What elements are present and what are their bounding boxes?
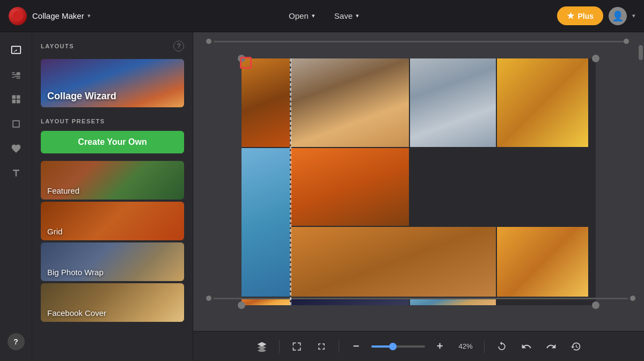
photo-cell-3[interactable] <box>410 58 496 147</box>
help-button[interactable]: ? <box>8 333 25 350</box>
handle-bottom-left[interactable] <box>238 301 245 309</box>
sidebar-item-image[interactable] <box>5 39 27 61</box>
rotate-button[interactable] <box>492 337 511 356</box>
collage-wizard-label: Collage Wizard <box>47 91 116 102</box>
icon-sidebar: ? <box>0 32 32 361</box>
scrollbar-v-thumb[interactable] <box>639 45 643 60</box>
toolbar-divider-3 <box>484 340 485 353</box>
sidebar-item-text[interactable] <box>5 162 27 185</box>
history-button[interactable] <box>566 337 586 356</box>
main-area: ? LAYOUTS ? Collage Wizard LAYOUT PRESET… <box>0 32 644 361</box>
preset-item-grid[interactable]: Grid <box>41 202 184 240</box>
handle-bottom-right[interactable] <box>592 301 599 309</box>
sidebar-item-grid[interactable] <box>5 88 27 110</box>
star-icon: ★ <box>567 11 574 21</box>
collage-wizard-bg: Collage Wizard <box>41 59 184 107</box>
zoom-minus-button[interactable]: − <box>347 337 366 356</box>
canvas-viewport[interactable] <box>193 32 644 331</box>
layers-button[interactable] <box>252 337 272 356</box>
fit-canvas-button[interactable] <box>287 337 306 356</box>
preset-facebook-label: Facebook Cover <box>41 304 113 322</box>
layouts-section-title: LAYOUTS <box>41 43 74 49</box>
sidebar-item-sliders[interactable] <box>5 63 27 86</box>
open-label: Open <box>289 11 309 20</box>
preset-item-featured[interactable]: Featured <box>41 161 184 200</box>
photo-grid <box>241 58 596 305</box>
zoom-slider-thumb[interactable] <box>389 343 397 350</box>
photo-cell-5[interactable] <box>291 148 409 226</box>
toolbar-divider-1 <box>279 340 280 353</box>
red-corner-indicator <box>240 57 252 69</box>
photo-cell-2[interactable] <box>291 58 409 147</box>
open-chevron-icon: ▾ <box>312 12 315 19</box>
zoom-plus-button[interactable]: + <box>430 337 450 356</box>
photo-cell-7[interactable] <box>497 227 588 297</box>
preset-item-bigphoto[interactable]: Big Photo Wrap <box>41 242 184 281</box>
plus-button[interactable]: ★ Plus <box>557 6 603 25</box>
brand-label: Collage Maker <box>32 11 84 20</box>
plus-label: Plus <box>577 12 594 20</box>
handle-top-right[interactable] <box>592 55 599 62</box>
create-own-button[interactable]: Create Your Own <box>41 131 184 153</box>
collage-canvas[interactable] <box>241 58 596 305</box>
photo-cell-4[interactable] <box>497 58 588 147</box>
layouts-panel: LAYOUTS ? Collage Wizard LAYOUT PRESETS … <box>32 32 193 361</box>
photo-cell-6[interactable] <box>291 227 496 297</box>
brand-menu[interactable]: Collage Maker ▾ <box>32 11 91 20</box>
canvas-scrollbar-v[interactable] <box>638 43 644 299</box>
layout-presets-title: LAYOUT PRESETS <box>41 118 184 124</box>
dashed-divider <box>290 58 291 305</box>
app-logo[interactable] <box>9 7 27 25</box>
navbar-center: Open ▾ Save ▾ <box>91 8 558 24</box>
preset-bigphoto-label: Big Photo Wrap <box>41 263 110 281</box>
zoom-minus-icon: − <box>353 340 360 352</box>
canvas-scrollbar-h-top[interactable] <box>206 39 631 44</box>
sidebar-item-mask[interactable] <box>5 113 27 135</box>
zoom-slider-container[interactable] <box>371 345 425 348</box>
zoom-plus-icon: + <box>437 340 443 352</box>
preset-item-facebook[interactable]: Facebook Cover <box>41 283 184 322</box>
canvas-area: − + 42% <box>193 32 644 361</box>
collage-wizard-card[interactable]: Collage Wizard <box>41 59 184 107</box>
save-label: Save <box>334 11 353 20</box>
toolbar-divider-2 <box>339 340 339 353</box>
undo-button[interactable] <box>517 337 536 356</box>
preset-grid-label: Grid <box>41 223 69 240</box>
photo-cell-1[interactable] <box>241 58 290 147</box>
layouts-help-icon[interactable]: ? <box>173 41 184 51</box>
canvas-scrollbar-h-bottom[interactable] <box>206 296 635 301</box>
redo-button[interactable] <box>541 337 561 356</box>
avatar[interactable]: 👤 <box>609 7 627 25</box>
zoom-slider[interactable] <box>371 345 425 348</box>
preset-featured-label: Featured <box>41 182 86 200</box>
open-button[interactable]: Open ▾ <box>281 8 323 24</box>
help-label: ? <box>13 337 18 346</box>
navbar-right: ★ Plus 👤 ▾ <box>557 6 635 25</box>
avatar-chevron-icon[interactable]: ▾ <box>632 12 635 19</box>
sidebar-item-favorites[interactable] <box>5 137 27 160</box>
save-chevron-icon: ▾ <box>356 12 359 19</box>
layouts-section-header: LAYOUTS ? <box>41 41 184 51</box>
bottom-toolbar: − + 42% <box>193 331 644 361</box>
zoom-percent-label: 42% <box>455 342 477 350</box>
save-button[interactable]: Save ▾ <box>327 8 367 24</box>
photo-cell-11[interactable] <box>241 148 290 297</box>
navbar: Collage Maker ▾ Open ▾ Save ▾ ★ Plus 👤 ▾ <box>0 0 644 32</box>
expand-button[interactable] <box>312 337 331 356</box>
